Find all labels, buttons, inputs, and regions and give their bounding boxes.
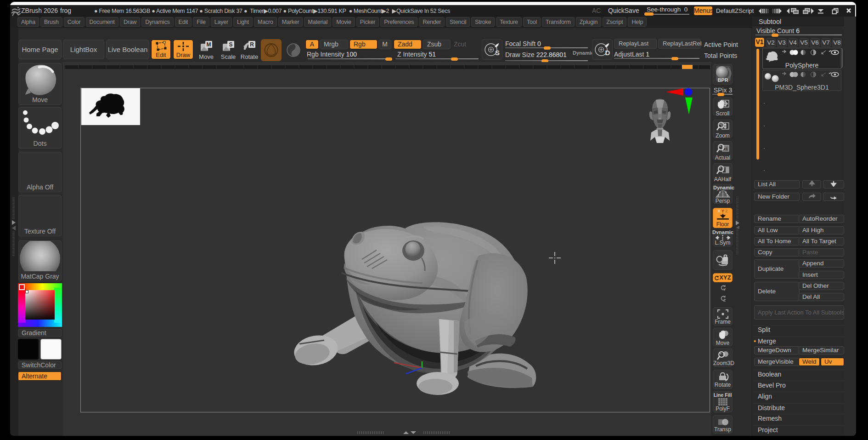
svg-text:S: S: [229, 41, 232, 48]
svg-text:M: M: [207, 41, 211, 48]
svg-text:S: S: [495, 49, 500, 57]
svg-text:R: R: [250, 41, 254, 48]
svg-text:D: D: [605, 49, 610, 57]
